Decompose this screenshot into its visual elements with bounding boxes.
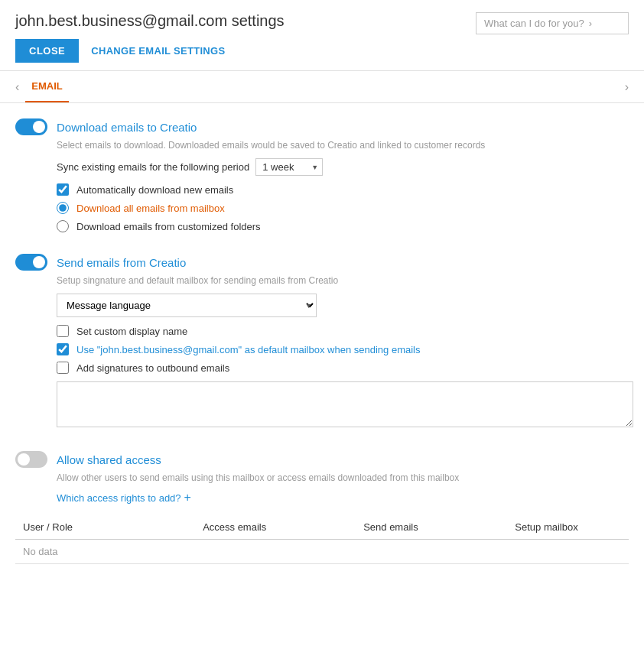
no-data-label: No data	[15, 540, 629, 564]
download-section-header: Download emails to Creatio	[15, 118, 629, 135]
send-section-header: Send emails from Creatio	[15, 254, 629, 271]
shared-section-title: Allow shared access	[57, 453, 161, 466]
signatures-label: Add signatures to outbound emails	[76, 362, 229, 374]
download-toggle-slider	[15, 118, 47, 135]
language-select[interactable]: Message language	[57, 294, 317, 317]
download-all-row: Download all emails from mailbox	[57, 202, 629, 214]
download-custom-label: Download emails from customized folders	[76, 221, 261, 232]
add-access-row[interactable]: Which access rights to add? +	[57, 491, 629, 505]
sync-period-row: Sync existing emails for the following p…	[57, 158, 629, 176]
custom-display-row: Set custom display name	[57, 325, 629, 337]
search-arrow-icon: ›	[589, 18, 592, 29]
send-section: Send emails from Creatio Setup singnatur…	[15, 254, 629, 430]
sync-period-select[interactable]: 1 week 2 weeks 1 month 3 months	[255, 158, 323, 176]
add-access-label: Which access rights to add?	[57, 492, 181, 504]
shared-toggle-slider	[15, 451, 47, 468]
custom-display-label: Set custom display name	[76, 326, 187, 337]
col-user-role: User / Role	[15, 515, 151, 540]
download-section-desc: Select emails to download. Downloaded em…	[57, 140, 629, 151]
settings-header: john.best.business@gmail.com settings Wh…	[0, 0, 644, 71]
tab-nav-right-icon[interactable]: ›	[625, 80, 629, 94]
language-select-wrapper: Message language	[57, 294, 629, 317]
close-button[interactable]: CLOSE	[15, 39, 79, 63]
default-mailbox-label: Use "john.best.business@gmail.com" as de…	[76, 344, 420, 355]
download-toggle[interactable]	[15, 118, 47, 135]
page-title: john.best.business@gmail.com settings	[15, 12, 285, 30]
send-section-desc: Setup singnature and default mailbox for…	[57, 275, 629, 286]
tabs-bar: ‹ EMAIL ›	[0, 71, 644, 103]
download-section: Download emails to Creatio Select emails…	[15, 118, 629, 232]
tab-email[interactable]: EMAIL	[25, 71, 68, 102]
shared-section-header: Allow shared access	[15, 451, 629, 468]
download-all-label: Download all emails from mailbox	[76, 203, 225, 214]
send-toggle-slider	[15, 254, 47, 271]
change-email-settings-button[interactable]: CHANGE EMAIL SETTINGS	[91, 45, 225, 57]
shared-access-section: Allow shared access Allow other users to…	[15, 451, 629, 564]
access-table: User / Role Access emails Send emails Se…	[15, 515, 629, 564]
download-custom-row: Download emails from customized folders	[57, 220, 629, 232]
search-box[interactable]: What can I do for you? ›	[476, 12, 629, 34]
auto-download-label: Automatically download new emails	[76, 184, 233, 196]
signature-textarea[interactable]	[57, 381, 633, 427]
shared-toggle[interactable]	[15, 451, 47, 468]
download-section-title: Download emails to Creatio	[57, 121, 197, 134]
download-all-radio[interactable]	[57, 202, 69, 214]
table-row-no-data: No data	[15, 540, 629, 564]
add-access-icon: +	[184, 491, 191, 505]
send-toggle[interactable]	[15, 254, 47, 271]
signatures-checkbox[interactable]	[57, 362, 69, 374]
default-mailbox-checkbox[interactable]	[57, 343, 69, 355]
search-placeholder: What can I do for you?	[484, 18, 584, 29]
send-section-title: Send emails from Creatio	[57, 256, 186, 269]
main-content: Download emails to Creatio Select emails…	[0, 103, 644, 601]
signatures-row: Add signatures to outbound emails	[57, 362, 629, 374]
col-send-emails: Send emails	[317, 515, 464, 540]
default-mailbox-row: Use "john.best.business@gmail.com" as de…	[57, 343, 629, 355]
tab-nav-left-icon[interactable]: ‹	[15, 80, 19, 94]
download-custom-radio[interactable]	[57, 220, 69, 232]
header-actions: CLOSE CHANGE EMAIL SETTINGS	[15, 39, 629, 63]
col-access-emails: Access emails	[151, 515, 317, 540]
sync-period-select-wrapper: 1 week 2 weeks 1 month 3 months	[255, 158, 323, 176]
col-setup-mailbox: Setup mailbox	[464, 515, 629, 540]
custom-display-checkbox[interactable]	[57, 325, 69, 337]
sync-period-label: Sync existing emails for the following p…	[57, 161, 249, 173]
auto-download-checkbox[interactable]	[57, 183, 69, 196]
signature-area	[57, 381, 629, 430]
shared-section-desc: Allow other users to send emails using t…	[57, 472, 629, 483]
auto-download-row: Automatically download new emails	[57, 183, 629, 196]
language-select-container: Message language	[57, 294, 317, 317]
